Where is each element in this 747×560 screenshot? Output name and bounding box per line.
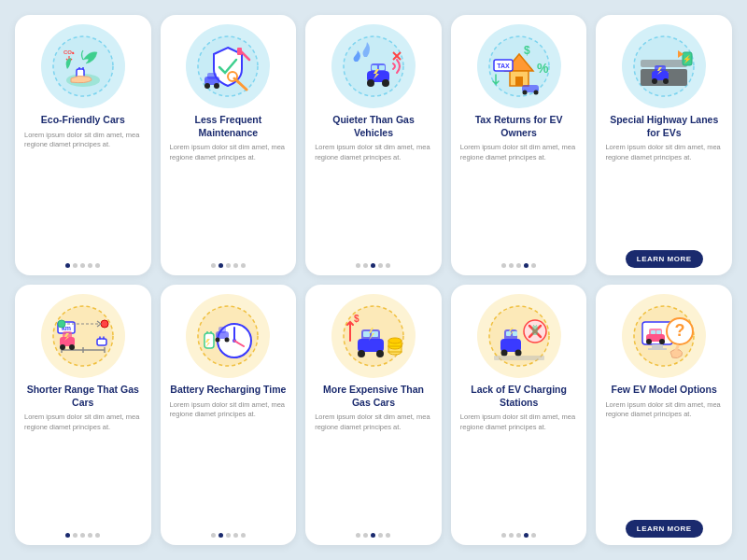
card-desc: Lorem ipsum dolor sit dim amet, mea regi… — [313, 413, 434, 432]
dot — [241, 533, 246, 538]
svg-point-67 — [216, 338, 220, 343]
svg-point-42 — [663, 78, 669, 84]
svg-point-54 — [60, 344, 65, 350]
card-lack-charging: Lack of EV Charging Stations Lorem ipsum… — [451, 285, 587, 545]
svg-line-111 — [676, 346, 678, 350]
card-shorter-range: km Shorter Range That Gas Cars Lorem — [15, 285, 151, 545]
svg-point-14 — [214, 83, 219, 89]
svg-point-56 — [58, 320, 65, 328]
dot — [80, 533, 85, 538]
icon-expensive: $ — [331, 294, 416, 378]
dot — [95, 533, 100, 538]
svg-point-76 — [376, 350, 384, 357]
svg-text:$: $ — [354, 314, 359, 324]
svg-rect-59 — [97, 339, 106, 345]
dot — [65, 263, 70, 268]
dot — [356, 263, 360, 268]
svg-point-83 — [388, 338, 402, 343]
dots — [211, 528, 246, 538]
svg-point-106 — [659, 339, 665, 344]
svg-rect-107 — [651, 330, 655, 334]
svg-rect-77 — [363, 331, 370, 337]
svg-point-57 — [101, 320, 108, 328]
svg-rect-10 — [237, 48, 242, 55]
card-desc: Lorem ipsum dolor sit dim amet, mea regi… — [603, 400, 725, 420]
svg-rect-98 — [494, 356, 544, 360]
dot — [88, 533, 92, 538]
icon-range: km — [41, 294, 125, 378]
svg-rect-12 — [207, 73, 217, 79]
dots — [501, 259, 536, 268]
svg-point-13 — [204, 83, 210, 89]
dot — [516, 263, 521, 268]
svg-rect-21 — [379, 65, 385, 70]
card-desc: Lorem ipsum dolor sit dim amet, mea regi… — [168, 143, 289, 162]
svg-point-41 — [652, 78, 657, 84]
icon-charging-stations — [477, 294, 561, 378]
card-title: Special Highway Lanes for EVs — [603, 114, 725, 139]
icon-tax: TAX % $ — [477, 24, 561, 108]
card-title: Less Frequent Maintenance — [168, 114, 289, 139]
card-desc: Lorem ipsum dolor sit dim amet, mea regi… — [22, 131, 144, 150]
card-title: More Expensive Than Gas Cars — [313, 384, 434, 409]
dots — [356, 528, 390, 538]
svg-point-68 — [225, 338, 230, 343]
svg-rect-95 — [532, 326, 538, 335]
card-title: Battery Recharging Time — [170, 384, 286, 397]
dot — [88, 263, 92, 268]
dot — [363, 533, 368, 538]
dots — [356, 259, 390, 268]
learn-more-button[interactable]: LEARN MORE — [626, 250, 703, 268]
dot — [73, 263, 78, 268]
card-desc: Lorem ipsum dolor sit dim amet, mea regi… — [458, 143, 580, 162]
dot — [65, 533, 70, 538]
card-desc: Lorem ipsum dolor sit dim amet, mea regi… — [22, 413, 144, 432]
svg-rect-91 — [513, 331, 517, 336]
card-tax-returns: TAX % $ Tax Returns for EV Owners Lorem … — [451, 15, 587, 275]
card-title: Lack of EV Charging Stations — [458, 384, 580, 409]
card-desc: Lorem ipsum dolor sit dim amet, mea regi… — [168, 400, 289, 420]
dots — [65, 528, 100, 538]
svg-point-75 — [358, 350, 365, 357]
svg-text:?: ? — [675, 321, 685, 340]
icon-maintenance — [186, 24, 270, 108]
dot — [386, 533, 390, 538]
dot — [363, 263, 368, 268]
card-title: Shorter Range That Gas Cars — [22, 384, 144, 409]
learn-more-button-2[interactable]: LEARN MORE — [626, 520, 703, 538]
svg-point-88 — [500, 350, 507, 357]
svg-point-105 — [646, 339, 652, 344]
svg-point-18 — [367, 79, 374, 87]
card-desc: Lorem ipsum dolor sit dim amet, mea regi… — [313, 143, 434, 162]
dot — [516, 533, 521, 538]
dot — [509, 263, 514, 268]
dot — [531, 263, 536, 268]
icon-few-models: ? — [622, 294, 706, 378]
svg-rect-108 — [656, 330, 661, 334]
card-title: Tax Returns for EV Owners — [458, 114, 580, 139]
icon-eco: CO₂ — [41, 24, 125, 108]
dot — [211, 533, 216, 538]
card-title: Eco-Friendly Cars — [41, 114, 125, 127]
dot — [531, 533, 536, 538]
svg-rect-66 — [218, 327, 226, 333]
svg-point-45 — [53, 306, 113, 366]
dot — [501, 533, 506, 538]
dot — [509, 533, 514, 538]
dot — [378, 263, 383, 268]
svg-text:$: $ — [524, 44, 530, 57]
dot — [233, 263, 238, 268]
icon-highway: ⚡ — [622, 24, 706, 108]
svg-point-55 — [69, 344, 75, 350]
svg-rect-26 — [515, 77, 523, 86]
svg-rect-69 — [204, 333, 214, 348]
dot — [218, 263, 223, 268]
svg-text:CO₂: CO₂ — [63, 49, 75, 55]
card-more-expensive: $ More Expensive Than Gas Cars Lorem ips… — [305, 285, 442, 545]
dot — [371, 533, 375, 538]
card-quieter: Quieter Than Gas Vehicles Lorem ipsum do… — [305, 15, 442, 275]
dot — [241, 263, 246, 268]
svg-text:%: % — [537, 61, 549, 76]
card-few-ev-models: ? Few EV Model Options Lorem ipsum dolor… — [596, 285, 732, 545]
dot — [95, 263, 100, 268]
